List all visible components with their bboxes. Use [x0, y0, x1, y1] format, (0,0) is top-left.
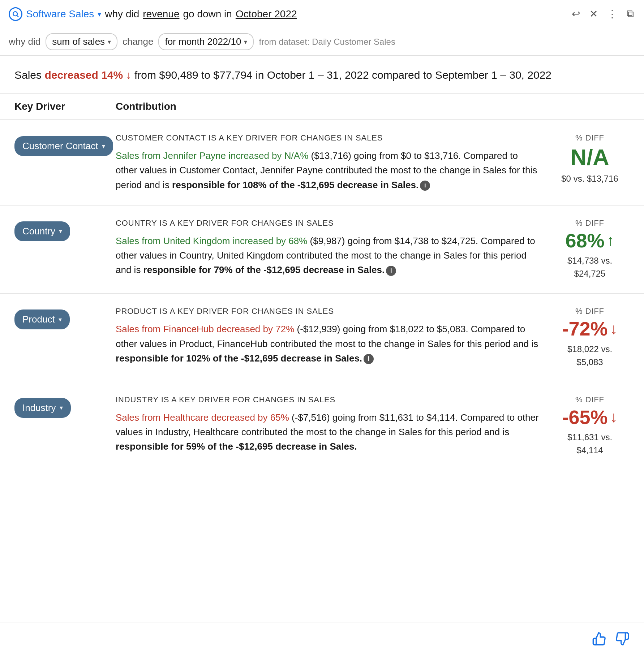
- table-header: Key Driver Contribution: [0, 94, 644, 120]
- diff-sub: $14,738 vs.$24,725: [550, 254, 630, 280]
- driver-pill-arrow: ▾: [60, 404, 63, 412]
- contribution-col: INDUSTRY IS A KEY DRIVER FOR CHANGES IN …: [116, 395, 550, 454]
- driver-button-col: Industry ▾: [14, 398, 116, 418]
- contribution-body: Sales from FinanceHub decreased by 72% (…: [116, 322, 539, 365]
- contribution-title: CUSTOMER CONTACT IS A KEY DRIVER FOR CHA…: [116, 133, 539, 143]
- window-button[interactable]: ⧉: [625, 7, 635, 21]
- responsible-text: responsible for 59% of the -$12,695 decr…: [116, 441, 357, 452]
- why-did-label: why did: [9, 36, 40, 47]
- driver-pill-arrow: ▾: [59, 316, 62, 324]
- diff-label: % DIFF: [550, 218, 630, 228]
- diff-col: % DIFF -65%↓ $11,631 vs.$4,114: [550, 395, 630, 457]
- top-bar: Software Sales ▾ why did revenue go down…: [0, 0, 644, 28]
- diff-sub: $0 vs. $13,716: [550, 172, 630, 185]
- diff-sub: $18,022 vs.$5,083: [550, 343, 630, 369]
- diff-col: % DIFF -72%↓ $18,022 vs.$5,083: [550, 307, 630, 368]
- highlight-text: Sales from Jennifer Payne increased by N…: [116, 150, 308, 161]
- driver-button-col: Product ▾: [14, 309, 116, 329]
- driver-pill-industry[interactable]: Industry ▾: [14, 398, 71, 418]
- thumbs-down-button[interactable]: [615, 632, 630, 649]
- dataset-label: from dataset: Daily Customer Sales: [259, 37, 395, 47]
- contribution-body: Sales from Jennifer Payne increased by N…: [116, 148, 539, 192]
- query-rest: go down in: [183, 8, 232, 20]
- diff-label: % DIFF: [550, 395, 630, 404]
- sum-of-sales-dropdown-arrow: ▾: [108, 38, 111, 46]
- responsible-text: responsible for 102% of the -$12,695 dec…: [116, 353, 362, 364]
- summary-box: Sales decreased 14% ↓ from $90,489 to $7…: [0, 56, 644, 94]
- second-bar: why did sum of sales ▾ change for month …: [0, 28, 644, 56]
- main-content: Sales decreased 14% ↓ from $90,489 to $7…: [0, 56, 644, 623]
- contribution-title: COUNTRY IS A KEY DRIVER FOR CHANGES IN S…: [116, 218, 539, 228]
- contribution-body: Sales from United Kingdom increased by 6…: [116, 234, 539, 277]
- top-bar-left: Software Sales ▾ why did revenue go down…: [9, 7, 566, 21]
- contribution-col: COUNTRY IS A KEY DRIVER FOR CHANGES IN S…: [116, 218, 550, 277]
- diff-value: N/A: [571, 145, 609, 169]
- top-bar-right: ↩ ✕ ⋮ ⧉: [570, 7, 635, 21]
- thumbs-up-button[interactable]: [592, 632, 606, 649]
- driver-row-country: Country ▾ COUNTRY IS A KEY DRIVER FOR CH…: [0, 205, 644, 294]
- driver-button-col: Country ▾: [14, 221, 116, 241]
- driver-pill-arrow: ▾: [59, 227, 62, 235]
- highlight-text: Sales from United Kingdom increased by 6…: [116, 235, 307, 246]
- diff-value: 68%↑: [565, 230, 614, 251]
- diff-col: % DIFF 68%↑ $14,738 vs.$24,725: [550, 218, 630, 280]
- responsible-text: responsible for 79% of the -$12,695 decr…: [143, 264, 385, 275]
- driver-pill-product[interactable]: Product ▾: [14, 309, 70, 329]
- query-revenue-link[interactable]: revenue: [143, 8, 179, 20]
- info-icon[interactable]: i: [420, 181, 430, 191]
- sum-of-sales-pill[interactable]: sum of sales ▾: [46, 33, 117, 50]
- contribution-col: PRODUCT IS A KEY DRIVER FOR CHANGES IN S…: [116, 307, 550, 365]
- highlight-text: Sales from Healthcare decreased by 65%: [116, 412, 289, 423]
- summary-prefix: Sales: [14, 69, 44, 81]
- app-name[interactable]: Software Sales: [26, 8, 94, 20]
- diff-col: % DIFF N/A $0 vs. $13,716: [550, 133, 630, 185]
- svg-line-1: [17, 16, 18, 17]
- driver-row-industry: Industry ▾ INDUSTRY IS A KEY DRIVER FOR …: [0, 382, 644, 470]
- footer: [0, 623, 644, 658]
- summary-suffix: from $90,489 to $77,794 in October 1 – 3…: [132, 69, 551, 81]
- driver-pill-arrow: ▾: [102, 142, 105, 150]
- app-name-dropdown-arrow[interactable]: ▾: [98, 10, 101, 18]
- highlight-text: Sales from FinanceHub decreased by 72%: [116, 324, 294, 334]
- svg-point-0: [13, 12, 17, 16]
- driver-pill-country[interactable]: Country ▾: [14, 221, 70, 241]
- for-month-pill[interactable]: for month 2022/10 ▾: [158, 33, 254, 50]
- diff-value: -72%↓: [562, 318, 617, 339]
- query-date-link[interactable]: October 2022: [236, 8, 297, 20]
- driver-button-col: Customer Contact ▾: [14, 136, 116, 156]
- contribution-header: Contribution: [116, 101, 630, 112]
- back-button[interactable]: ↩: [570, 7, 581, 21]
- diff-sub: $11,631 vs.$4,114: [550, 431, 630, 457]
- contribution-body: Sales from Healthcare decreased by 65% (…: [116, 410, 539, 454]
- contribution-col: CUSTOMER CONTACT IS A KEY DRIVER FOR CHA…: [116, 133, 550, 192]
- contribution-title: PRODUCT IS A KEY DRIVER FOR CHANGES IN S…: [116, 307, 539, 316]
- driver-pill-customer-contact[interactable]: Customer Contact ▾: [14, 136, 113, 156]
- summary-change: decreased 14% ↓: [44, 69, 131, 81]
- info-icon[interactable]: i: [364, 354, 374, 364]
- driver-rows: Customer Contact ▾ CUSTOMER CONTACT IS A…: [0, 120, 644, 470]
- close-button[interactable]: ✕: [588, 7, 599, 21]
- query-why-did: why did: [105, 8, 139, 20]
- for-month-dropdown-arrow: ▾: [244, 38, 247, 46]
- diff-value: -65%↓: [562, 407, 617, 428]
- diff-label: % DIFF: [550, 133, 630, 143]
- more-options-button[interactable]: ⋮: [606, 7, 619, 21]
- driver-row-customer-contact: Customer Contact ▾ CUSTOMER CONTACT IS A…: [0, 120, 644, 205]
- driver-row-product: Product ▾ PRODUCT IS A KEY DRIVER FOR CH…: [0, 294, 644, 382]
- key-driver-header: Key Driver: [14, 101, 116, 112]
- change-label: change: [123, 36, 153, 47]
- responsible-text: responsible for 108% of the -$12,695 dec…: [172, 179, 418, 190]
- diff-label: % DIFF: [550, 307, 630, 316]
- search-icon: [9, 7, 22, 21]
- info-icon[interactable]: i: [386, 266, 396, 276]
- contribution-title: INDUSTRY IS A KEY DRIVER FOR CHANGES IN …: [116, 395, 539, 404]
